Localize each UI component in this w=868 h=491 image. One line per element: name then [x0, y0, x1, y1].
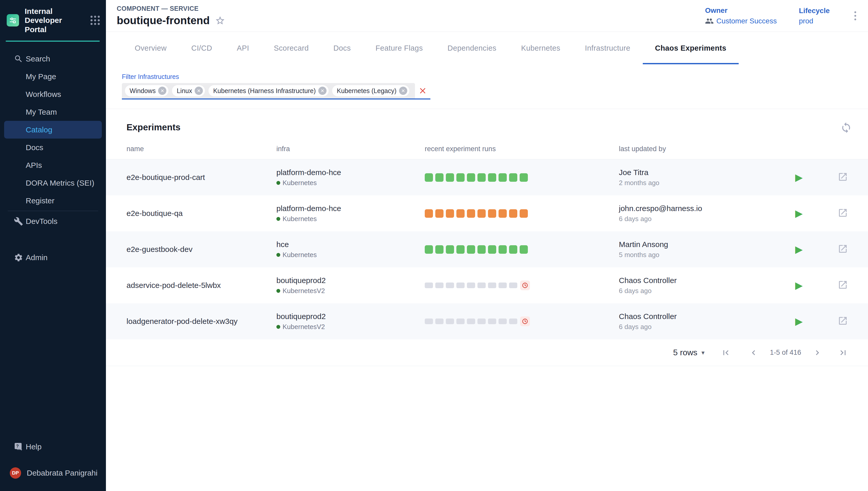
sidebar-item-devtools[interactable]: DevTools: [0, 212, 106, 230]
run-square-orange[interactable]: [498, 209, 507, 218]
clear-filter-icon[interactable]: [415, 83, 430, 98]
open-in-new-icon[interactable]: [838, 172, 848, 183]
filter-chip[interactable]: Kubernetes (Legacy) ×: [332, 85, 409, 96]
run-square-green[interactable]: [435, 245, 443, 254]
sidebar-item-search[interactable]: Search: [0, 50, 106, 67]
run-square-gray[interactable]: [456, 283, 465, 288]
run-square-green[interactable]: [509, 173, 517, 182]
run-square-orange[interactable]: [478, 209, 486, 218]
run-square-gray[interactable]: [435, 318, 443, 324]
table-row[interactable]: e2e-guestbook-dev hce Kubernetes Martin …: [106, 231, 868, 267]
tab-overview[interactable]: Overview: [122, 32, 179, 64]
filter-chip[interactable]: Windows ×: [125, 85, 168, 96]
run-square-orange[interactable]: [467, 209, 475, 218]
tab-scorecard[interactable]: Scorecard: [261, 32, 321, 64]
table-row[interactable]: e2e-boutique-prod-cart platform-demo-hce…: [106, 160, 868, 195]
chip-close-icon[interactable]: ×: [318, 87, 326, 95]
run-square-green[interactable]: [456, 245, 465, 254]
run-square-gray[interactable]: [509, 283, 517, 288]
run-square-gray[interactable]: [498, 283, 507, 288]
open-in-new-icon[interactable]: [838, 316, 848, 327]
run-square-green[interactable]: [435, 173, 443, 182]
filter-infrastructures-label[interactable]: Filter Infrastructures: [122, 73, 179, 81]
filter-input[interactable]: Windows × Linux × Kubernetes (Harness In…: [122, 83, 430, 99]
sidebar-item-my-team[interactable]: My Team: [0, 103, 106, 121]
help-button[interactable]: ? Help: [0, 438, 106, 456]
run-square-green[interactable]: [488, 173, 496, 182]
run-square-green[interactable]: [425, 173, 433, 182]
run-square-orange[interactable]: [446, 209, 454, 218]
run-experiment-icon[interactable]: ▶: [795, 208, 803, 218]
run-square-gray[interactable]: [446, 318, 454, 324]
run-square-green[interactable]: [520, 245, 528, 254]
chip-close-icon[interactable]: ×: [399, 87, 407, 95]
prev-page-icon[interactable]: [749, 348, 758, 357]
user-menu[interactable]: DP Debabrata Panigrahi: [0, 463, 106, 483]
run-square-gray[interactable]: [456, 318, 465, 324]
last-page-icon[interactable]: [838, 348, 848, 357]
chip-close-icon[interactable]: ×: [195, 87, 203, 95]
run-square-orange[interactable]: [456, 209, 465, 218]
filter-chip[interactable]: Kubernetes (Harness Infrastructure) ×: [208, 85, 328, 96]
sidebar-item-docs[interactable]: Docs: [0, 139, 106, 156]
run-square-gray[interactable]: [478, 318, 486, 324]
favorite-star-icon[interactable]: [215, 16, 225, 26]
run-square-green[interactable]: [456, 173, 465, 182]
sidebar-item-catalog[interactable]: Catalog: [4, 121, 102, 139]
tab-dependencies[interactable]: Dependencies: [435, 32, 509, 64]
tab-api[interactable]: API: [225, 32, 261, 64]
run-square-gray[interactable]: [425, 318, 433, 324]
run-square-green[interactable]: [478, 173, 486, 182]
run-square-green[interactable]: [520, 173, 528, 182]
open-in-new-icon[interactable]: [838, 244, 848, 255]
sidebar-item-apis[interactable]: APIs: [0, 156, 106, 174]
filter-chip[interactable]: Linux ×: [172, 85, 205, 96]
chip-close-icon[interactable]: ×: [158, 87, 166, 95]
run-experiment-icon[interactable]: ▶: [795, 316, 803, 326]
sidebar-item-workflows[interactable]: Workflows: [0, 85, 106, 103]
run-square-gray[interactable]: [446, 283, 454, 288]
run-square-gray[interactable]: [478, 283, 486, 288]
run-square-green[interactable]: [446, 245, 454, 254]
first-page-icon[interactable]: [721, 348, 731, 357]
owner-link[interactable]: Customer Success: [705, 17, 777, 25]
run-experiment-icon[interactable]: ▶: [795, 281, 803, 290]
run-square-orange[interactable]: [488, 209, 496, 218]
run-square-green[interactable]: [467, 173, 475, 182]
run-square-green[interactable]: [498, 245, 507, 254]
run-square-green[interactable]: [498, 173, 507, 182]
run-square-green[interactable]: [509, 245, 517, 254]
run-square-gray[interactable]: [488, 318, 496, 324]
table-row[interactable]: loadgenerator-pod-delete-xw3qy boutiquep…: [106, 304, 868, 339]
kebab-menu-icon[interactable]: [852, 10, 859, 22]
sidebar-item-dora-metrics[interactable]: DORA Metrics (SEI): [0, 174, 106, 192]
tab-docs[interactable]: Docs: [321, 32, 363, 64]
tab-chaos-experiments[interactable]: Chaos Experiments: [643, 32, 739, 64]
sidebar-item-my-page[interactable]: My Page: [0, 67, 106, 85]
rows-per-page-select[interactable]: 5 rows ▾: [673, 348, 704, 357]
tab-kubernetes[interactable]: Kubernetes: [509, 32, 573, 64]
run-square-green[interactable]: [446, 173, 454, 182]
table-row[interactable]: e2e-boutique-qa platform-demo-hce Kubern…: [106, 195, 868, 231]
run-square-orange[interactable]: [520, 209, 528, 218]
run-square-green[interactable]: [467, 245, 475, 254]
run-square-green[interactable]: [478, 245, 486, 254]
run-square-gray[interactable]: [435, 283, 443, 288]
tab-cicd[interactable]: CI/CD: [179, 32, 225, 64]
run-square-orange[interactable]: [435, 209, 443, 218]
run-square-green[interactable]: [488, 245, 496, 254]
sidebar-item-admin[interactable]: Admin: [0, 249, 106, 266]
next-page-icon[interactable]: [812, 348, 822, 357]
table-row[interactable]: adservice-pod-delete-5lwbx boutiqueprod2…: [106, 267, 868, 304]
run-square-green[interactable]: [425, 245, 433, 254]
run-square-orange[interactable]: [509, 209, 517, 218]
tab-feature-flags[interactable]: Feature Flags: [363, 32, 435, 64]
open-in-new-icon[interactable]: [838, 280, 848, 291]
sidebar-item-register[interactable]: Register: [0, 192, 106, 209]
run-square-gray[interactable]: [467, 318, 475, 324]
open-in-new-icon[interactable]: [838, 208, 848, 219]
run-square-gray[interactable]: [498, 318, 507, 324]
tab-infrastructure[interactable]: Infrastructure: [573, 32, 642, 64]
run-experiment-icon[interactable]: ▶: [795, 244, 803, 254]
run-experiment-icon[interactable]: ▶: [795, 173, 803, 182]
